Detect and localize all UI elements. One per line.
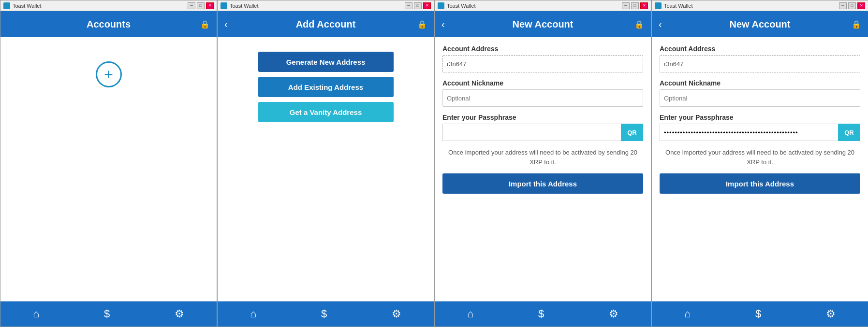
title-bar-controls-1: ─ □ ✕ <box>188 2 214 9</box>
header-title-3: New Account <box>513 19 574 30</box>
nickname-label-4: Account Nickname <box>660 79 860 87</box>
plus-icon: + <box>104 67 113 82</box>
lock-icon-2: 🔒 <box>417 20 427 29</box>
home-nav-icon-1[interactable]: ⌂ <box>33 308 39 320</box>
title-bar-1: Toast Wallet ─ □ ✕ <box>0 0 217 11</box>
import-button-3[interactable]: Import this Address <box>442 173 643 194</box>
add-account-button[interactable]: + <box>96 61 122 87</box>
passphrase-section-3: Enter your Passphrase QR <box>442 114 643 141</box>
home-nav-icon-4[interactable]: ⌂ <box>684 308 691 320</box>
nickname-input-3[interactable] <box>442 89 643 107</box>
close-btn-3[interactable]: ✕ <box>640 2 648 9</box>
add-account-options: Generate New Address Add Existing Addres… <box>225 47 426 127</box>
title-bar-controls-3: ─ □ ✕ <box>622 2 648 9</box>
dollar-nav-icon-4[interactable]: $ <box>755 308 761 320</box>
nickname-input-4[interactable] <box>660 89 860 107</box>
address-label-3: Account Address <box>442 45 643 53</box>
app-header-4: ‹ New Account 🔒 <box>652 11 868 37</box>
title-bar-label-3: Toast Wallet <box>447 3 476 9</box>
dollar-nav-icon-2[interactable]: $ <box>321 308 327 320</box>
title-bar-controls-4: ─ □ ✕ <box>839 2 865 9</box>
maximize-btn-2[interactable]: □ <box>414 2 422 9</box>
minimize-btn-4[interactable]: ─ <box>839 2 847 9</box>
window-new-account-1: Toast Wallet ─ □ ✕ ‹ New Account 🔒 Accou… <box>434 0 651 327</box>
back-button-2[interactable]: ‹ <box>224 19 228 30</box>
app-nav-3: ⌂ $ ⚙ <box>435 301 651 327</box>
notice-text-4: Once imported your address will need to … <box>660 148 860 167</box>
passphrase-input-3[interactable] <box>442 124 621 141</box>
title-bar-left-4: Toast Wallet <box>655 2 693 9</box>
title-bar-label-2: Toast Wallet <box>230 3 259 9</box>
close-btn-4[interactable]: ✕ <box>857 2 865 9</box>
app-nav-1: ⌂ $ ⚙ <box>0 301 217 327</box>
app-header-3: ‹ New Account 🔒 <box>435 11 651 37</box>
passphrase-label-3: Enter your Passphrase <box>442 114 643 121</box>
passphrase-row-4: QR <box>660 124 860 141</box>
maximize-btn-3[interactable]: □ <box>631 2 639 9</box>
app-nav-2: ⌂ $ ⚙ <box>218 301 434 327</box>
add-existing-address-button[interactable]: Add Existing Address <box>258 77 394 97</box>
settings-nav-icon-3[interactable]: ⚙ <box>609 308 618 320</box>
back-button-3[interactable]: ‹ <box>441 19 445 30</box>
title-bar-left-2: Toast Wallet <box>221 2 259 9</box>
passphrase-section-4: Enter your Passphrase QR <box>660 114 860 141</box>
app-content-4: Account Address Account Nickname Enter y… <box>652 37 868 301</box>
address-section-4: Account Address <box>660 45 860 72</box>
title-bar-left-3: Toast Wallet <box>438 2 476 9</box>
generate-new-address-button[interactable]: Generate New Address <box>258 52 394 72</box>
maximize-btn-4[interactable]: □ <box>848 2 856 9</box>
address-section-3: Account Address <box>442 45 643 72</box>
settings-nav-icon-4[interactable]: ⚙ <box>826 308 836 320</box>
passphrase-row-3: QR <box>442 124 643 141</box>
settings-nav-icon-1[interactable]: ⚙ <box>175 308 184 320</box>
title-bar-left-1: Toast Wallet <box>3 2 42 9</box>
app-icon-3 <box>438 2 444 9</box>
back-button-4[interactable]: ‹ <box>659 19 662 30</box>
app-content-1: + <box>0 37 217 301</box>
app-icon-4 <box>655 2 662 9</box>
title-bar-4: Toast Wallet ─ □ ✕ <box>652 0 868 11</box>
import-button-4[interactable]: Import this Address <box>660 173 860 194</box>
lock-icon-1: 🔒 <box>200 20 210 29</box>
qr-button-4[interactable]: QR <box>838 124 860 141</box>
passphrase-label-4: Enter your Passphrase <box>660 114 860 121</box>
minimize-btn-2[interactable]: ─ <box>405 2 412 9</box>
home-nav-icon-3[interactable]: ⌂ <box>467 308 473 320</box>
lock-icon-3: 🔒 <box>634 20 644 29</box>
dollar-nav-icon-1[interactable]: $ <box>104 308 110 320</box>
dollar-nav-icon-3[interactable]: $ <box>538 308 544 320</box>
app-header-2: ‹ Add Account 🔒 <box>218 11 434 37</box>
header-title-1: Accounts <box>87 19 131 30</box>
address-label-4: Account Address <box>660 45 860 53</box>
header-title-4: New Account <box>730 19 791 30</box>
home-nav-icon-2[interactable]: ⌂ <box>250 308 256 320</box>
title-bar-3: Toast Wallet ─ □ ✕ <box>435 0 651 11</box>
address-input-3[interactable] <box>442 55 643 72</box>
address-input-4[interactable] <box>660 55 860 72</box>
get-vanity-address-button[interactable]: Get a Vanity Address <box>258 102 394 122</box>
window-accounts: Toast Wallet ─ □ ✕ Accounts 🔒 + ⌂ $ ⚙ <box>0 0 217 327</box>
close-btn-1[interactable]: ✕ <box>206 2 214 9</box>
settings-nav-icon-2[interactable]: ⚙ <box>392 308 401 320</box>
window-new-account-2: Toast Wallet ─ □ ✕ ‹ New Account 🔒 Accou… <box>651 0 868 327</box>
app-header-1: Accounts 🔒 <box>0 11 217 37</box>
app-icon-2 <box>221 2 227 9</box>
nickname-section-3: Account Nickname <box>442 79 643 107</box>
title-bar-controls-2: ─ □ ✕ <box>405 2 431 9</box>
notice-text-3: Once imported your address will need to … <box>442 148 643 167</box>
qr-button-3[interactable]: QR <box>621 124 643 141</box>
passphrase-input-4[interactable] <box>660 124 838 141</box>
title-bar-2: Toast Wallet ─ □ ✕ <box>218 0 434 11</box>
maximize-btn-1[interactable]: □ <box>197 2 205 9</box>
title-bar-label-4: Toast Wallet <box>664 3 693 9</box>
nickname-label-3: Account Nickname <box>442 79 643 87</box>
minimize-btn-3[interactable]: ─ <box>622 2 630 9</box>
lock-icon-4: 🔒 <box>852 20 861 29</box>
app-nav-4: ⌂ $ ⚙ <box>652 301 868 327</box>
nickname-section-4: Account Nickname <box>660 79 860 107</box>
close-btn-2[interactable]: ✕ <box>423 2 431 9</box>
app-content-3: Account Address Account Nickname Enter y… <box>435 37 651 301</box>
app-icon-1 <box>3 2 10 9</box>
minimize-btn-1[interactable]: ─ <box>188 2 195 9</box>
app-content-2: Generate New Address Add Existing Addres… <box>218 37 434 301</box>
